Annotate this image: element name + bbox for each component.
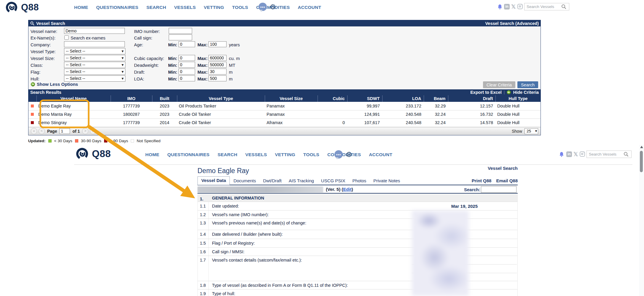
cubic-min-input[interactable]	[178, 55, 195, 61]
col-beam[interactable]: Beam	[424, 95, 448, 102]
gear-icon[interactable]: ⚙	[346, 151, 352, 158]
cell-type: Crude Oil Tanker	[177, 110, 265, 118]
col-vessel-size[interactable]: Vessel Size	[265, 95, 318, 102]
age-min-label: Min:	[168, 42, 177, 47]
tab-photos[interactable]: Photos	[349, 177, 370, 185]
class-select[interactable]: -- Select --	[64, 62, 125, 68]
page-size-select[interactable]: 25	[525, 128, 538, 134]
age-min-input[interactable]	[178, 41, 195, 47]
instagram-icon[interactable]	[517, 4, 523, 9]
scrollbar-up-arrow[interactable]	[640, 146, 643, 148]
vessel-size-select[interactable]: -- Select --	[64, 55, 125, 61]
col-cubic[interactable]: Cubic	[318, 95, 347, 102]
nav-vessels[interactable]: VESSELS	[174, 5, 196, 10]
bell-icon[interactable]	[559, 152, 564, 157]
advanced-search-link[interactable]: Vessel Search (Advanced)	[485, 21, 539, 26]
email-q88-link[interactable]: Email Q88	[496, 178, 518, 183]
search-button[interactable]: Search	[517, 81, 538, 88]
nav-vetting[interactable]: VETTING	[204, 5, 224, 10]
print-q88-link[interactable]: Print Q88	[472, 178, 492, 183]
col-built[interactable]: Built	[152, 95, 177, 102]
nav-tools[interactable]: TOOLS	[303, 152, 319, 157]
vessel-type-select[interactable]: -- Select --	[64, 48, 125, 54]
tab-documents[interactable]: Documents	[230, 177, 259, 185]
hide-criteria-link[interactable]: Hide Criteria	[513, 90, 539, 95]
tab-vessel-data[interactable]: Vessel Data	[197, 176, 230, 185]
cell-vessel-name[interactable]: Demo Eagle Ray	[36, 102, 111, 110]
edit-link[interactable]: Edit	[343, 187, 351, 192]
loa-min-input[interactable]	[178, 75, 195, 81]
x-icon[interactable]: 𝕏	[573, 151, 578, 157]
prev-page-button[interactable]: <	[39, 128, 45, 134]
chat-icon[interactable]: •••	[259, 3, 267, 12]
col-sdwt[interactable]: SDWT	[347, 95, 382, 102]
nav-questionnaires[interactable]: QUESTIONNAIRES	[167, 152, 209, 157]
search-ex-names-checkbox[interactable]	[64, 35, 69, 40]
nav-commodities[interactable]: COMMODITIES	[327, 152, 361, 157]
detail-search-input[interactable]	[481, 186, 517, 193]
tab-dwt-draft[interactable]: Dwt/Draft	[259, 177, 285, 185]
result-row-demo-eagle-ray[interactable]: Demo Eagle Ray 1777739 2023 Oil Products…	[28, 102, 541, 110]
bell-icon[interactable]	[498, 4, 502, 10]
linkedin-icon[interactable]: in	[504, 4, 510, 10]
search-icon[interactable]	[561, 4, 566, 9]
nav-tools[interactable]: TOOLS	[232, 5, 248, 10]
first-page-button[interactable]: «	[31, 128, 37, 134]
legend-over-90: > 90 Days	[110, 139, 128, 143]
x-icon[interactable]: 𝕏	[511, 4, 516, 10]
tab-private-notes[interactable]: Private Notes	[370, 177, 404, 185]
cubic-max-input[interactable]	[208, 55, 227, 61]
col-loa[interactable]: LOA	[382, 95, 424, 102]
instagram-icon[interactable]	[580, 151, 585, 157]
cell-vessel-name[interactable]: Demo Manta Ray	[36, 110, 111, 118]
tab-uscg-psix[interactable]: USCG PSIX	[318, 177, 349, 185]
q88-logo[interactable]: Q88	[5, 1, 39, 14]
col-hull-type[interactable]: Hull Type	[495, 95, 541, 102]
company-input[interactable]	[64, 41, 125, 47]
nav-vetting[interactable]: VETTING	[275, 152, 295, 157]
hull-select[interactable]: -- Select --	[64, 75, 125, 82]
call-sign-input[interactable]	[169, 34, 192, 40]
col-vessel-type[interactable]: Vessel Type	[177, 95, 265, 102]
vessel-search-back-link[interactable]: Vessel Search	[488, 166, 518, 171]
scrollbar[interactable]	[639, 145, 644, 296]
chat-icon[interactable]: •••	[334, 150, 343, 159]
last-page-button[interactable]: »	[90, 128, 96, 134]
draft-max-input[interactable]	[208, 69, 227, 75]
nav-vessels[interactable]: VESSELS	[245, 152, 267, 157]
clear-criteria-button[interactable]: Clear Criteria	[483, 81, 515, 88]
vessel-name-input[interactable]	[64, 28, 125, 34]
search-icon[interactable]	[624, 152, 629, 157]
nav-home[interactable]: HOME	[74, 5, 88, 10]
result-row-demo-manta-ray[interactable]: Demo Manta Ray 1800287 2023 Crude Oil Ta…	[28, 110, 541, 118]
nav-questionnaires[interactable]: QUESTIONNAIRES	[96, 5, 138, 10]
draft-min-input[interactable]	[178, 69, 195, 75]
tab-ais-tracking[interactable]: AIS Tracking	[285, 177, 318, 185]
col-draft[interactable]: Draft	[448, 95, 495, 102]
cell-vessel-name[interactable]: Demo Stingray	[36, 118, 111, 127]
row-number: 1.4	[198, 230, 209, 239]
nav-account[interactable]: ACCOUNT	[369, 152, 392, 157]
nav-home[interactable]: HOME	[145, 152, 159, 157]
col-vessel-name[interactable]: Vessel Name	[36, 95, 111, 102]
loa-max-input[interactable]	[208, 75, 227, 81]
col-imo[interactable]: IMO	[111, 95, 152, 102]
flag-select[interactable]: -- Select --	[64, 69, 125, 75]
nav-account[interactable]: ACCOUNT	[298, 5, 321, 10]
scrollbar-thumb[interactable]	[640, 151, 643, 172]
q88-logo[interactable]: Q88	[76, 147, 111, 160]
result-row-demo-stingray[interactable]: Demo Stingray 1777739 2014 Crude Oil Tan…	[28, 118, 541, 127]
page-input[interactable]	[59, 128, 70, 134]
legend-orange-square	[75, 139, 78, 143]
age-max-input[interactable]	[208, 41, 227, 47]
next-page-button[interactable]: >	[82, 128, 88, 134]
linkedin-icon[interactable]: in	[566, 151, 572, 157]
deadweight-min-input[interactable]	[178, 62, 195, 68]
nav-search[interactable]: SEARCH	[218, 152, 237, 157]
nav-search[interactable]: SEARCH	[146, 5, 166, 10]
imo-input[interactable]	[169, 28, 192, 34]
show-less-options-link[interactable]: Show Less Options	[31, 82, 78, 87]
deadweight-max-input[interactable]	[208, 62, 227, 68]
gear-icon[interactable]: ⚙	[270, 3, 276, 11]
export-to-excel-link[interactable]: Export to Excel	[470, 90, 502, 95]
